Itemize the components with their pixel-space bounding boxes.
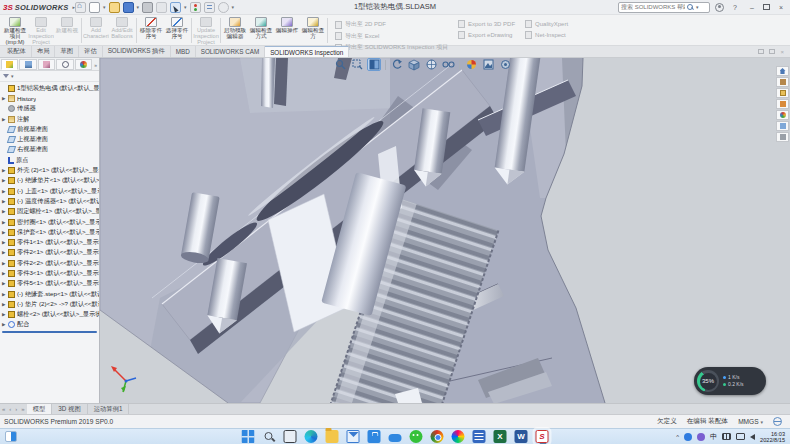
home-icon[interactable] [75, 2, 86, 13]
tree-item-component[interactable]: ▶螺栓<2> (默认<<默认>_显示状态 [0, 310, 99, 320]
update-inspection-project-button[interactable]: Update Inspection Project [193, 16, 219, 45]
doc-minimize-icon[interactable] [758, 49, 764, 54]
task-view-icon[interactable] [284, 430, 297, 443]
taskbar-clock[interactable]: 16:03 2022/8/15 [760, 431, 785, 443]
tab-addins[interactable]: SOLIDWORKS 插件 [103, 46, 171, 57]
design-library-tab[interactable] [776, 77, 789, 87]
tab-displaymanager[interactable] [75, 59, 92, 70]
options-caret-icon[interactable]: ▾ [232, 4, 235, 10]
notes-app-icon[interactable] [473, 430, 486, 443]
save-icon[interactable] [123, 2, 134, 13]
edit-appearance-icon[interactable] [464, 58, 478, 71]
tree-filter-row[interactable]: ▾ [0, 71, 99, 82]
mail-icon[interactable] [347, 430, 360, 443]
tree-item-component[interactable]: ▶(-) 绝缘垫片<1> (默认<<默认>_显 [0, 176, 99, 186]
tree-item-sensors[interactable]: 传感器 [0, 104, 99, 114]
display-style-icon[interactable] [424, 58, 438, 71]
export-3d-pdf[interactable]: Export to 3D PDF [458, 20, 515, 28]
tree-item-component[interactable]: ▶零件1<1> (默认<<默认>_显示状态 [0, 237, 99, 247]
save-caret-icon[interactable]: ▾ [137, 4, 140, 10]
filter-caret-icon[interactable]: ▾ [11, 73, 14, 79]
tree-item-component[interactable]: ▶(-) 温度传感器<1> (默认<<默认>_ [0, 196, 99, 206]
launch-template-editor-button[interactable]: 启动模板编辑器 [222, 16, 248, 45]
tab-motion-study[interactable]: 运动算例1 [88, 404, 130, 414]
tab-solidworks-cam[interactable]: SOLIDWORKS CAM [196, 46, 265, 57]
speaker-icon[interactable] [750, 434, 755, 440]
tab-evaluate[interactable]: 评估 [79, 46, 103, 57]
solidworks-taskbar-icon[interactable]: S [536, 430, 549, 443]
forum-tab[interactable] [776, 132, 789, 142]
doc-restore-icon[interactable] [769, 49, 775, 54]
touch-keyboard-icon[interactable] [722, 433, 731, 440]
edit-inspection-project-button[interactable]: Edit Inspection Project [28, 16, 54, 45]
edit-operation-button[interactable]: 编辑操作 [274, 16, 300, 45]
nav-last-icon[interactable]: » [19, 406, 26, 412]
tray-app-icon[interactable] [684, 433, 692, 441]
tree-item-component[interactable]: ▶零件2<1> (默认<<默认>_显示状态 [0, 248, 99, 258]
file-explorer-icon[interactable] [326, 430, 339, 443]
widgets-icon[interactable] [5, 431, 17, 442]
tree-item-component[interactable]: ▶保护套<1> (默认<<默认>_显示状 [0, 227, 99, 237]
new-inspection-view-button[interactable]: 新建检视 [54, 16, 80, 45]
tree-item-component[interactable]: ▶零件3<1> (默认<<默认>_显示状态 [0, 268, 99, 278]
remove-balloon-button[interactable]: 移除零件序号 [138, 16, 164, 45]
ime-indicator[interactable]: 中 [710, 432, 717, 442]
apply-scene-icon[interactable] [481, 58, 495, 71]
view-palette-tab[interactable] [776, 99, 789, 109]
tree-item-component[interactable]: ▶固定螺栓<1> (默认<<默认>_显示 [0, 207, 99, 217]
tab-configurationmanager[interactable] [38, 59, 55, 70]
net-inspect-button[interactable]: Net-Inspect [525, 31, 568, 39]
file-explorer-tab[interactable] [776, 88, 789, 98]
taskbar-search-icon[interactable] [263, 430, 276, 443]
tree-item-component[interactable]: ▶密封圈<1> (默认<<默认>_显示状 [0, 217, 99, 227]
chrome-icon[interactable] [431, 430, 444, 443]
options-gear-icon[interactable] [218, 2, 229, 13]
tree-item-component[interactable]: ▶外壳 (2)<1> (默认<<默认>_显示状 [0, 165, 99, 175]
close-button[interactable]: × [775, 4, 787, 11]
tree-item-component[interactable]: ▶(-) 垫片 (2)<2> ->? (默认<<默认> [0, 299, 99, 309]
tab-dimxpertmanager[interactable] [56, 59, 73, 70]
word-icon[interactable]: W [515, 430, 528, 443]
previous-view-icon[interactable] [390, 58, 404, 71]
notification-icon[interactable] [736, 433, 745, 440]
solidworks-resources-tab[interactable] [776, 66, 789, 76]
custom-properties-tab[interactable] [776, 121, 789, 131]
edge-browser-icon[interactable] [305, 430, 318, 443]
search-icon[interactable] [687, 4, 694, 11]
model-3d-view[interactable] [100, 58, 790, 403]
add-characteristic-button[interactable]: Add Characteristic [83, 16, 109, 45]
view-settings-icon[interactable] [498, 58, 512, 71]
excel-icon[interactable]: X [494, 430, 507, 443]
speed-monitor-overlay[interactable]: 35% 1 K/s 0.2 K/s [694, 367, 766, 395]
edit-inspection-method-button[interactable]: 编辑检查方式 [248, 16, 274, 45]
search-input[interactable] [621, 4, 685, 10]
tray-chevron-icon[interactable]: ^ [676, 434, 679, 440]
new-document-icon[interactable] [89, 2, 100, 13]
tab-3d-views[interactable]: 3D 视图 [52, 404, 87, 414]
tree-item-component[interactable]: ▶(-) 上盖<1> (默认<<默认>_显示状 [0, 186, 99, 196]
tree-item-front-plane[interactable]: 前视基准面 [0, 124, 99, 134]
view-orientation-icon[interactable] [407, 58, 421, 71]
help-search-box[interactable]: ▾ [618, 2, 710, 13]
tab-assembly[interactable]: 装配体 [2, 46, 32, 57]
microsoft-store-icon[interactable] [368, 430, 381, 443]
browser-icon[interactable] [452, 430, 465, 443]
open-icon[interactable] [109, 2, 120, 13]
filter-funnel-icon[interactable] [3, 74, 9, 78]
tree-item-right-plane[interactable]: 右视基准面 [0, 145, 99, 155]
file-properties-icon[interactable] [204, 2, 215, 13]
hide-show-items-icon[interactable] [441, 58, 455, 71]
nav-first-icon[interactable]: « [0, 406, 7, 412]
tab-propertymanager[interactable] [19, 59, 36, 70]
new-caret-icon[interactable]: ▾ [103, 4, 106, 10]
tree-item-annotations[interactable]: ▶注解 [0, 114, 99, 124]
zoom-area-icon[interactable] [350, 58, 364, 71]
tab-featuremanager-tree[interactable] [1, 59, 18, 70]
tab-mbd[interactable]: MBD [171, 46, 196, 57]
export-edrawing[interactable]: Export eDrawing [458, 31, 515, 39]
print-icon[interactable] [142, 2, 153, 13]
appearances-tab[interactable] [776, 110, 789, 120]
globe-icon[interactable] [773, 417, 782, 426]
minimize-button[interactable]: – [746, 4, 758, 11]
tab-sketch[interactable]: 草图 [55, 46, 79, 57]
